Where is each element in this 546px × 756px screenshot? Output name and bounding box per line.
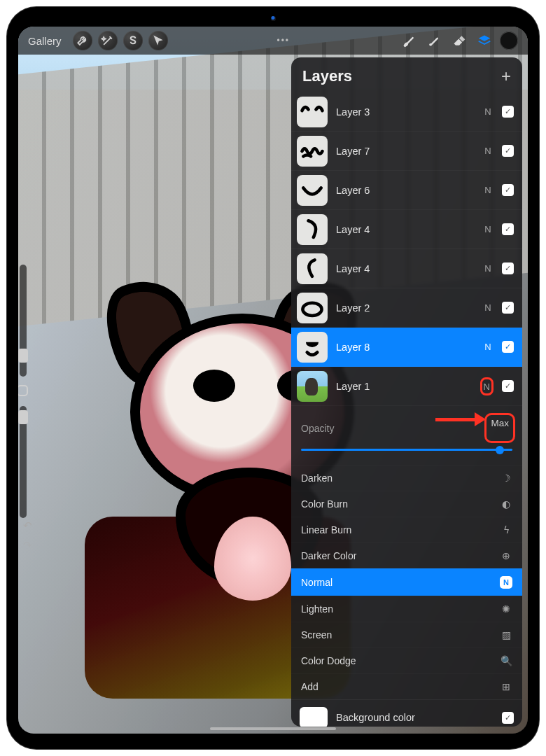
blend-mode-label: Color Dodge <box>301 655 356 666</box>
opacity-slider-thumb[interactable] <box>496 446 504 454</box>
blend-mode-label: Screen <box>301 629 332 640</box>
background-color-swatch[interactable] <box>300 707 328 727</box>
blend-mode-icon: N <box>500 576 512 589</box>
blend-mode-item[interactable]: Darken☽ <box>291 465 522 491</box>
undo-icon[interactable]: ↶ <box>18 517 36 535</box>
annotation-highlight-opacity: Max <box>484 413 515 443</box>
ipad-frame: Gallery ••• <box>7 7 539 749</box>
layer-name-label: Layer 7 <box>336 146 474 157</box>
layer-visible-checkbox[interactable]: ✓ <box>502 223 514 235</box>
opacity-label: Opacity <box>301 423 334 434</box>
blend-mode-item[interactable]: Color Burn◐ <box>291 491 522 517</box>
opacity-slider[interactable] <box>301 449 512 451</box>
blend-mode-icon: 🔍 <box>500 655 512 666</box>
layer-row[interactable]: Layer 1N✓ <box>291 367 522 406</box>
layer-visible-checkbox[interactable]: ✓ <box>502 302 514 314</box>
brush-opacity-slider[interactable] <box>20 406 27 518</box>
layers-panel: Layers + Layer 3N✓Layer 7N✓Layer 6N✓Laye… <box>291 57 522 727</box>
layer-blend-letter[interactable]: N <box>482 302 493 313</box>
gallery-button[interactable]: Gallery <box>28 35 62 47</box>
blend-mode-label: Add <box>301 681 318 692</box>
blend-mode-label: Lighten <box>301 603 333 615</box>
brush-tool-icon[interactable] <box>399 31 419 50</box>
layer-thumbnail[interactable] <box>297 136 328 167</box>
layer-name-label: Layer 1 <box>336 381 472 392</box>
blend-mode-item[interactable]: NormalN <box>291 568 522 596</box>
layer-thumbnail[interactable] <box>297 293 328 323</box>
layer-row[interactable]: Layer 4N✓ <box>291 210 522 249</box>
blend-mode-icon: ⊕ <box>500 550 512 561</box>
background-color-label: Background color <box>336 712 493 723</box>
layer-blend-letter[interactable]: N <box>482 263 493 274</box>
layer-visible-checkbox[interactable]: ✓ <box>502 145 514 157</box>
layer-blend-letter[interactable]: N <box>484 382 490 392</box>
blend-mode-item[interactable]: Screen▨ <box>291 622 522 648</box>
blend-mode-item[interactable]: Linear Burnϟ <box>291 517 522 542</box>
blend-mode-label: Normal <box>301 577 332 588</box>
layer-thumbnail[interactable] <box>297 332 328 363</box>
app-screen: Gallery ••• <box>18 27 528 734</box>
home-indicator[interactable] <box>210 727 336 730</box>
layer-row[interactable]: Layer 2N✓ <box>291 288 522 328</box>
front-camera <box>231 15 315 22</box>
layer-row[interactable]: Layer 8N✓ <box>291 328 522 367</box>
layer-visible-checkbox[interactable]: ✓ <box>502 184 514 196</box>
eraser-tool-icon[interactable] <box>449 31 469 50</box>
layer-name-label: Layer 6 <box>336 185 474 196</box>
blend-mode-icon: ◐ <box>500 498 512 510</box>
background-color-row[interactable]: Background color ✓ <box>291 699 522 727</box>
layer-visible-checkbox[interactable]: ✓ <box>502 380 514 392</box>
add-layer-button[interactable]: + <box>501 68 511 85</box>
blend-mode-label: Linear Burn <box>301 524 351 536</box>
layer-row[interactable]: Layer 4N✓ <box>291 249 522 288</box>
blend-mode-icon: ▨ <box>500 629 512 640</box>
brush-size-handle[interactable] <box>18 349 28 363</box>
adjustments-wand-icon[interactable] <box>98 31 118 50</box>
layer-name-label: Layer 4 <box>336 224 474 235</box>
layer-thumbnail[interactable] <box>297 175 328 206</box>
layer-name-label: Layer 8 <box>336 342 474 353</box>
blend-mode-item[interactable]: Lighten✺ <box>291 596 522 622</box>
blend-mode-label: Color Burn <box>301 498 348 510</box>
blend-mode-label: Darken <box>301 472 332 484</box>
actions-wrench-icon[interactable] <box>73 31 92 50</box>
brush-size-slider[interactable] <box>20 265 27 377</box>
blend-mode-item[interactable]: Add⊞ <box>291 673 522 699</box>
annotation-arrow-icon <box>435 411 484 428</box>
layer-blend-letter[interactable]: N <box>482 106 493 117</box>
blend-mode-item[interactable]: Darker Color⊕ <box>291 542 522 568</box>
layer-blend-letter[interactable]: N <box>482 146 493 156</box>
modify-button-icon[interactable] <box>18 385 28 396</box>
layer-visible-checkbox[interactable]: ✓ <box>502 262 514 274</box>
color-picker-button[interactable] <box>500 31 518 50</box>
blend-mode-icon: ϟ <box>500 524 512 536</box>
layer-blend-letter[interactable]: N <box>482 224 493 234</box>
blend-mode-list: Darken☽Color Burn◐Linear BurnϟDarker Col… <box>291 465 522 699</box>
blend-mode-icon: ⊞ <box>500 681 512 692</box>
layer-thumbnail[interactable] <box>297 253 328 284</box>
layer-visible-checkbox[interactable]: ✓ <box>502 341 514 353</box>
more-menu-icon[interactable]: ••• <box>276 36 290 46</box>
layer-visible-checkbox[interactable]: ✓ <box>502 106 514 118</box>
layer-row[interactable]: Layer 6N✓ <box>291 171 522 210</box>
background-visible-checkbox[interactable]: ✓ <box>502 712 514 724</box>
layer-blend-letter[interactable]: N <box>482 342 493 352</box>
blend-mode-item[interactable]: Color Dodge🔍 <box>291 648 522 673</box>
svg-point-1 <box>302 302 321 315</box>
layer-thumbnail[interactable] <box>297 97 328 127</box>
layer-blend-letter[interactable]: N <box>482 185 493 195</box>
layer-thumbnail[interactable] <box>297 214 328 245</box>
layer-name-label: Layer 4 <box>336 263 474 274</box>
layer-name-label: Layer 2 <box>336 302 474 314</box>
blend-mode-label: Darker Color <box>301 550 356 561</box>
layer-row[interactable]: Layer 7N✓ <box>291 132 522 171</box>
layers-tool-icon[interactable] <box>475 31 494 50</box>
move-cursor-icon[interactable] <box>148 31 168 50</box>
layer-thumbnail[interactable] <box>297 371 328 402</box>
smudge-tool-icon[interactable] <box>424 31 444 50</box>
redo-icon[interactable]: ↷ <box>18 536 36 554</box>
selection-s-icon[interactable] <box>123 31 143 50</box>
brush-opacity-handle[interactable] <box>18 410 28 424</box>
opacity-value: Max <box>491 418 509 428</box>
layer-row[interactable]: Layer 3N✓ <box>291 92 522 132</box>
